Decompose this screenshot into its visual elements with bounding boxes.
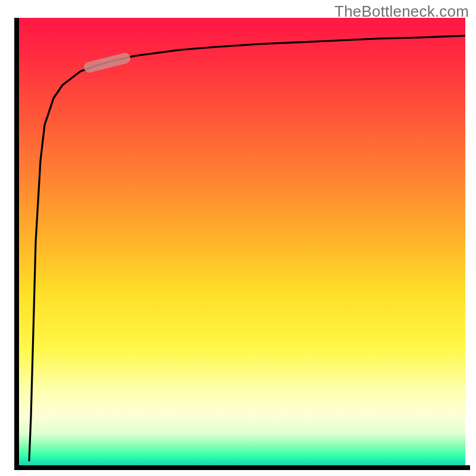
chart-frame: TheBottleneck.com: [0, 0, 476, 476]
plot-area: [18, 18, 465, 465]
curve-path: [29, 36, 465, 461]
x-axis: [14, 465, 470, 470]
chart-svg: [18, 18, 465, 465]
watermark-text: TheBottleneck.com: [334, 2, 469, 21]
highlight-capsule: [89, 58, 125, 67]
y-axis: [14, 18, 19, 470]
